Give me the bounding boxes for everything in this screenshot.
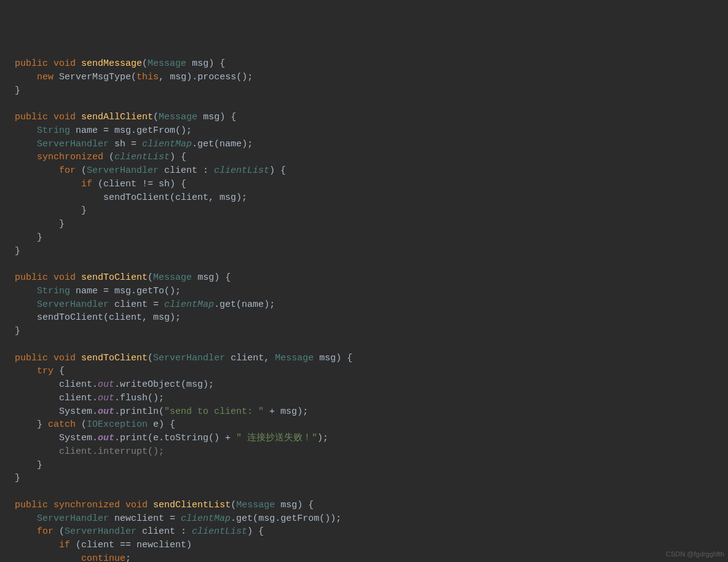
java-code-block: public void sendMessage(Message msg) { n… xyxy=(0,57,728,562)
watermark-text: CSDN @fgdrgghfth xyxy=(666,550,724,560)
l: public void sendMessage(Message msg) { xyxy=(15,58,225,69)
